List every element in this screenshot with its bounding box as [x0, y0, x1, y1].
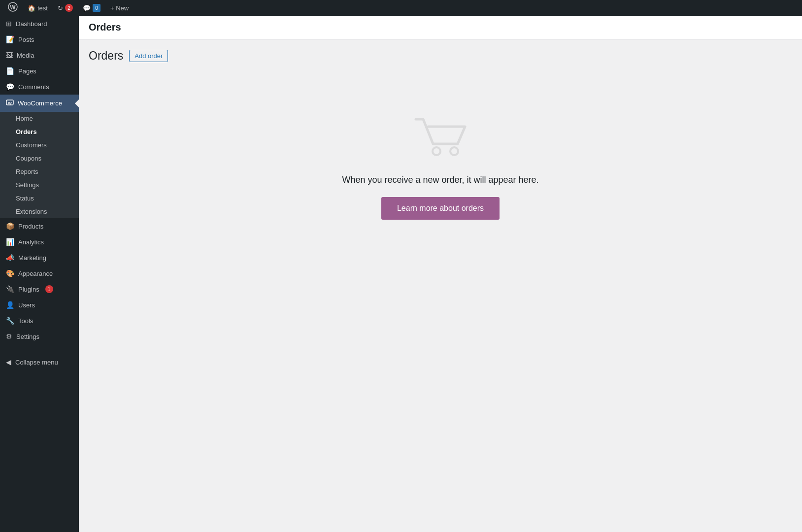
sidebar-item-label: Tools	[18, 317, 33, 325]
content-area: Orders Orders Add order When you receive…	[79, 16, 802, 532]
active-arrow	[75, 100, 79, 107]
page-content: Orders Add order When you receive a new …	[79, 39, 802, 532]
pages-icon: 📄	[6, 67, 14, 75]
sidebar-item-label: Products	[18, 223, 43, 230]
sidebar-item-pages[interactable]: 📄 Pages	[0, 63, 79, 79]
submenu-item-status[interactable]: Status	[0, 192, 79, 205]
collapse-icon: ◀	[6, 358, 11, 366]
submenu-home-label: Home	[16, 115, 33, 122]
comments-badge: 0	[93, 4, 100, 12]
sidebar-item-label: Media	[17, 52, 34, 59]
submenu-item-home[interactable]: Home	[0, 112, 79, 125]
submenu-item-reports[interactable]: Reports	[0, 165, 79, 178]
users-icon: 👤	[6, 301, 14, 309]
dashboard-icon: ⊞	[6, 20, 12, 28]
svg-text:W: W	[10, 4, 16, 11]
sidebar-item-analytics[interactable]: 📊 Analytics	[0, 234, 79, 250]
sidebar-item-users[interactable]: 👤 Users	[0, 297, 79, 313]
submenu-item-orders[interactable]: Orders	[0, 125, 79, 138]
orders-empty-state: When you receive a new order, it will ap…	[89, 72, 792, 259]
sidebar-item-appearance[interactable]: 🎨 Appearance	[0, 266, 79, 281]
sidebar-item-label: Settings	[16, 333, 39, 340]
new-label: + New	[110, 4, 129, 12]
sidebar-item-woocommerce[interactable]: W WooCommerce	[0, 95, 79, 112]
plugins-badge: 1	[45, 285, 53, 293]
submenu-item-settings[interactable]: Settings	[0, 178, 79, 192]
posts-icon: 📝	[6, 35, 14, 43]
woocommerce-icon: W	[6, 99, 14, 108]
sidebar-item-label: Comments	[18, 83, 49, 91]
empty-state-text: When you receive a new order, it will ap…	[342, 175, 538, 185]
sidebar-item-label: Pages	[18, 67, 36, 75]
sidebar-item-label: Posts	[18, 36, 34, 43]
updates-item[interactable]: ↻ 2	[54, 0, 77, 16]
svg-text:W: W	[8, 101, 12, 105]
sidebar-item-label: WooCommerce	[18, 100, 62, 107]
add-order-button[interactable]: Add order	[129, 50, 168, 62]
products-icon: 📦	[6, 222, 14, 230]
page-header: Orders	[79, 16, 802, 39]
comments-nav-icon: 💬	[6, 83, 14, 91]
analytics-icon: 📊	[6, 238, 14, 246]
sidebar-item-label: Plugins	[18, 286, 39, 293]
sidebar-item-label: Dashboard	[16, 20, 47, 28]
wp-logo-item[interactable]: W	[4, 0, 22, 16]
media-icon: 🖼	[6, 51, 13, 59]
page-title: Orders	[89, 22, 121, 33]
submenu-reports-label: Reports	[16, 168, 38, 175]
sidebar-item-tools[interactable]: 🔧 Tools	[0, 313, 79, 329]
submenu-item-coupons[interactable]: Coupons	[0, 152, 79, 165]
sidebar-item-products[interactable]: 📦 Products	[0, 218, 79, 234]
submenu-settings-label: Settings	[16, 181, 39, 189]
sidebar-item-posts[interactable]: 📝 Posts	[0, 32, 79, 47]
comments-icon: 💬	[83, 4, 91, 12]
sidebar-item-label: Analytics	[18, 238, 44, 246]
sidebar-item-label: Users	[18, 301, 35, 309]
svg-point-5	[450, 147, 458, 155]
orders-heading: Orders	[89, 49, 123, 63]
cart-icon-container	[411, 112, 470, 163]
submenu-item-customers[interactable]: Customers	[0, 138, 79, 152]
site-name-item[interactable]: 🏠 test	[24, 0, 52, 16]
submenu-coupons-label: Coupons	[16, 155, 41, 162]
comments-item[interactable]: 💬 0	[79, 0, 104, 16]
sidebar-item-collapse[interactable]: ◀ Collapse menu	[0, 354, 79, 370]
woocommerce-submenu: Home Orders Customers Coupons Reports Se…	[0, 112, 79, 218]
sidebar-item-plugins[interactable]: 🔌 Plugins 1	[0, 281, 79, 297]
tools-icon: 🔧	[6, 317, 14, 325]
submenu-orders-label: Orders	[16, 128, 37, 135]
sidebar-item-comments[interactable]: 💬 Comments	[0, 79, 79, 95]
learn-more-button[interactable]: Learn more about orders	[381, 197, 500, 220]
marketing-icon: 📣	[6, 254, 14, 262]
sidebar-item-label: Appearance	[18, 270, 53, 277]
site-name: test	[37, 4, 48, 12]
settings-icon: ⚙	[6, 332, 12, 340]
updates-badge: 2	[65, 4, 73, 12]
plugins-icon: 🔌	[6, 285, 14, 293]
admin-bar: W 🏠 test ↻ 2 💬 0 + New	[0, 0, 802, 16]
sidebar-item-label: Marketing	[18, 254, 46, 262]
submenu-customers-label: Customers	[16, 141, 47, 149]
sidebar: ⊞ Dashboard 📝 Posts 🖼 Media 📄 Pages 💬 Co…	[0, 16, 79, 532]
orders-header: Orders Add order	[89, 49, 792, 63]
shopping-cart-icon	[411, 112, 470, 161]
submenu-status-label: Status	[16, 195, 34, 202]
sidebar-item-settings[interactable]: ⚙ Settings	[0, 329, 79, 344]
sidebar-item-dashboard[interactable]: ⊞ Dashboard	[0, 16, 79, 32]
home-icon: 🏠	[28, 4, 35, 12]
svg-point-4	[433, 147, 440, 155]
updates-icon: ↻	[58, 4, 63, 12]
sidebar-item-media[interactable]: 🖼 Media	[0, 47, 79, 63]
new-item[interactable]: + New	[106, 0, 133, 16]
wp-logo-icon: W	[8, 2, 18, 14]
submenu-extensions-label: Extensions	[16, 208, 47, 215]
submenu-item-extensions[interactable]: Extensions	[0, 205, 79, 218]
sidebar-item-marketing[interactable]: 📣 Marketing	[0, 250, 79, 266]
appearance-icon: 🎨	[6, 269, 14, 277]
main-layout: ⊞ Dashboard 📝 Posts 🖼 Media 📄 Pages 💬 Co…	[0, 16, 802, 532]
sidebar-item-label: Collapse menu	[15, 359, 58, 366]
